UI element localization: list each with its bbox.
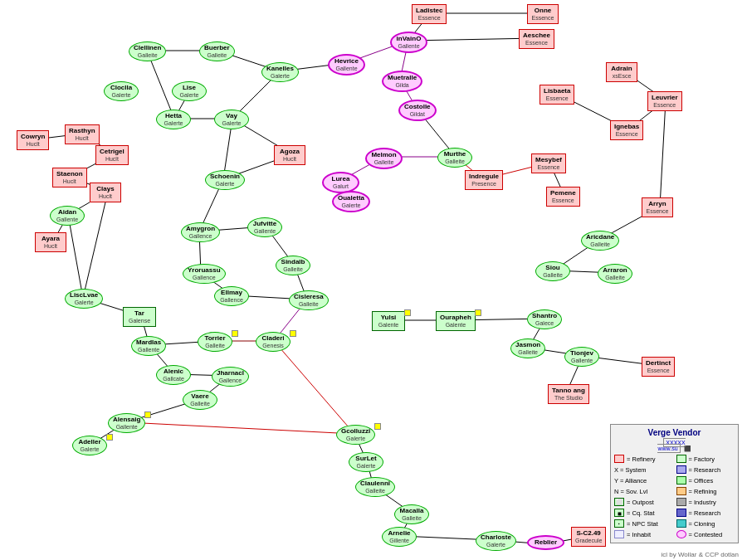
node-claderi[interactable]: CladeriGenesis bbox=[256, 332, 290, 352]
legend-title: Verge Vendor bbox=[614, 428, 735, 437]
node-arryn[interactable]: ArrynEssence bbox=[642, 197, 673, 217]
node-onne[interactable]: OnneEssence bbox=[527, 4, 559, 24]
node-vaere[interactable]: VaereGalleite bbox=[183, 390, 217, 410]
node-ayara[interactable]: AyaraHuclt bbox=[35, 232, 66, 252]
node-aricdane[interactable]: AricdaneGalleite bbox=[581, 231, 619, 251]
node-label-ignebas: Ignebas bbox=[614, 123, 639, 131]
node-surlet[interactable]: SurLetGalerte bbox=[349, 452, 383, 472]
node-ladistec[interactable]: LadistecEssence bbox=[412, 4, 447, 24]
node-cloclla[interactable]: ClocllaGalerte bbox=[104, 81, 139, 101]
node-aeschee[interactable]: AescheeEssence bbox=[519, 29, 554, 49]
node-sublabel-agoza: Huclt bbox=[283, 156, 296, 163]
node-label-clellinen: Clellinen bbox=[134, 44, 161, 52]
node-sublabel-alenic: Gallcate bbox=[163, 376, 184, 382]
node-agoza[interactable]: AgozaHuclt bbox=[274, 145, 305, 165]
node-alenic[interactable]: AlenicGallcate bbox=[156, 365, 191, 385]
node-icon-alensaig bbox=[144, 411, 151, 418]
node-sublabel-vaere: Galleite bbox=[190, 401, 210, 407]
node-sublabel-claderi: Genesis bbox=[262, 343, 284, 349]
node-shantro[interactable]: ShantroGalece bbox=[527, 309, 562, 329]
node-adrain[interactable]: AdrainxsEsce bbox=[606, 62, 637, 82]
node-sublabel-hetta: Galerte bbox=[164, 120, 183, 127]
node-tar[interactable]: TarGalense bbox=[123, 307, 156, 327]
node-kanelles[interactable]: KanellesGalerte bbox=[261, 62, 299, 82]
node-s2349[interactable]: S-C2.49Gradecule bbox=[571, 527, 606, 547]
node-oualetta[interactable]: OualettaGalerte bbox=[332, 191, 370, 212]
node-invaino[interactable]: inVainOGallente bbox=[390, 32, 427, 53]
node-jufvitte[interactable]: JufvitteGallente bbox=[247, 217, 282, 237]
node-jasmon[interactable]: JasmonGalleite bbox=[510, 338, 545, 358]
node-sublabel-onne: Essence bbox=[532, 15, 554, 22]
node-mesybef[interactable]: MesybefEssence bbox=[531, 153, 566, 173]
node-sublabel-ignebas: Essence bbox=[616, 131, 638, 138]
node-label-alenic: Alenic bbox=[164, 368, 183, 376]
node-aidan[interactable]: AidanGallente bbox=[50, 206, 85, 226]
node-jharnacl[interactable]: JharnaclGallence bbox=[212, 367, 249, 387]
node-murthe[interactable]: MurtheGalleite bbox=[437, 148, 472, 168]
node-label-indregule: Indregule bbox=[469, 173, 499, 181]
node-claulenni[interactable]: ClaulenniGalleite bbox=[355, 477, 395, 497]
node-torrier[interactable]: TorrierGalleite bbox=[198, 332, 232, 352]
node-sublabel-rasthyn: Huclt bbox=[76, 135, 89, 142]
node-clays[interactable]: ClaysHuclt bbox=[90, 183, 121, 202]
node-arnelie[interactable]: ArnelieGillente bbox=[382, 527, 417, 547]
node-cowryn[interactable]: CowrynHuclt bbox=[17, 130, 49, 150]
node-label-invaino: inVainO bbox=[397, 35, 422, 43]
node-adeller[interactable]: AdellerGalerte bbox=[72, 436, 107, 455]
node-arraron[interactable]: ArraronGalleite bbox=[598, 264, 632, 284]
node-clellinen[interactable]: ClellinenGalleite bbox=[129, 41, 166, 61]
node-sublabel-muetralle: Gilda bbox=[395, 82, 408, 89]
node-ignebas[interactable]: IgnebasEssence bbox=[610, 120, 643, 140]
node-cisleresa[interactable]: CisleresaGalleite bbox=[289, 290, 329, 310]
node-sublabel-aeschee: Essence bbox=[525, 40, 548, 46]
node-lisbaeta[interactable]: LisbaetaEssence bbox=[540, 85, 574, 105]
node-dertinct[interactable]: DertinctEssence bbox=[642, 357, 675, 377]
node-costolle[interactable]: CostolleGildat bbox=[398, 100, 437, 121]
node-label-ladistec: Ladistec bbox=[416, 7, 442, 15]
node-yulsi[interactable]: YulsiGalente bbox=[372, 311, 405, 331]
node-tanno[interactable]: Tanno angThe Studio bbox=[548, 384, 589, 404]
node-label-cisleresa: Cisleresa bbox=[294, 293, 324, 301]
node-ourapheh[interactable]: OuraphehGalente bbox=[436, 311, 476, 331]
node-sublabel-melmon: Galleite bbox=[374, 159, 394, 166]
node-sindalb[interactable]: SindalbGalleite bbox=[276, 256, 310, 275]
node-tionjev[interactable]: TionjevGallente bbox=[564, 347, 599, 367]
node-muetralle[interactable]: MuetralleGilda bbox=[382, 71, 422, 92]
node-leuvrier[interactable]: LeuvrierEssence bbox=[647, 91, 682, 111]
node-siou[interactable]: SiouGalleite bbox=[535, 261, 570, 281]
node-liscLvae[interactable]: LiscLvaeGalerte bbox=[65, 289, 103, 309]
node-sublabel-sindalb: Galleite bbox=[283, 266, 303, 273]
node-reblier[interactable]: Reblier bbox=[527, 535, 564, 550]
node-macalla[interactable]: MacallaGalleite bbox=[394, 504, 429, 524]
node-label-ellmay: Ellmay bbox=[221, 289, 242, 297]
legend-item-research: = Research bbox=[676, 465, 735, 474]
node-icon-claderi bbox=[290, 330, 296, 337]
node-mardlas[interactable]: MardlasGallente bbox=[131, 336, 166, 356]
node-schoenin[interactable]: SchoeninGalerte bbox=[205, 170, 245, 190]
node-lurea[interactable]: LureaGalurt bbox=[322, 172, 359, 193]
node-rasthyn[interactable]: RasthynHuclt bbox=[65, 124, 100, 144]
node-label-alensaig: Alensaig bbox=[113, 416, 140, 424]
node-indregule[interactable]: IndregulePresence bbox=[465, 170, 503, 190]
node-sublabel-mesybef: Essence bbox=[538, 164, 560, 171]
node-charloste[interactable]: CharlosteGalerte bbox=[476, 531, 516, 551]
node-gcolluzzi[interactable]: GcolluzziGalerte bbox=[336, 425, 375, 445]
node-sublabel-adeller: Galerte bbox=[81, 446, 100, 453]
node-sublabel-ourapheh: Galente bbox=[446, 322, 466, 329]
node-lise[interactable]: LiseGalerte bbox=[172, 81, 207, 101]
node-hevrice[interactable]: HevriceGallente bbox=[328, 54, 365, 75]
node-alensaig[interactable]: AlensaigGallente bbox=[108, 413, 145, 433]
node-sublabel-s2349: Gradecule bbox=[575, 538, 602, 544]
node-buerber[interactable]: BuerberGalleite bbox=[199, 41, 235, 61]
node-melmon[interactable]: MelmonGalleite bbox=[365, 148, 403, 169]
node-sublabel-schoenin: Galerte bbox=[216, 181, 235, 187]
node-cetrigel[interactable]: CetrigelHuclt bbox=[95, 145, 129, 165]
node-sublabel-amygron: Gallence bbox=[189, 233, 212, 240]
node-yroruassu[interactable]: YroruassuGallence bbox=[183, 264, 226, 284]
node-hetta[interactable]: HettaGalerte bbox=[156, 110, 191, 129]
node-amygron[interactable]: AmygronGallence bbox=[181, 222, 220, 242]
node-ellmay[interactable]: EllmayGallence bbox=[214, 286, 249, 306]
node-pemene[interactable]: PemeneEssence bbox=[546, 187, 580, 207]
node-vay[interactable]: VayGalerte bbox=[214, 110, 249, 129]
node-staenon[interactable]: StaenonHuclt bbox=[52, 168, 87, 187]
